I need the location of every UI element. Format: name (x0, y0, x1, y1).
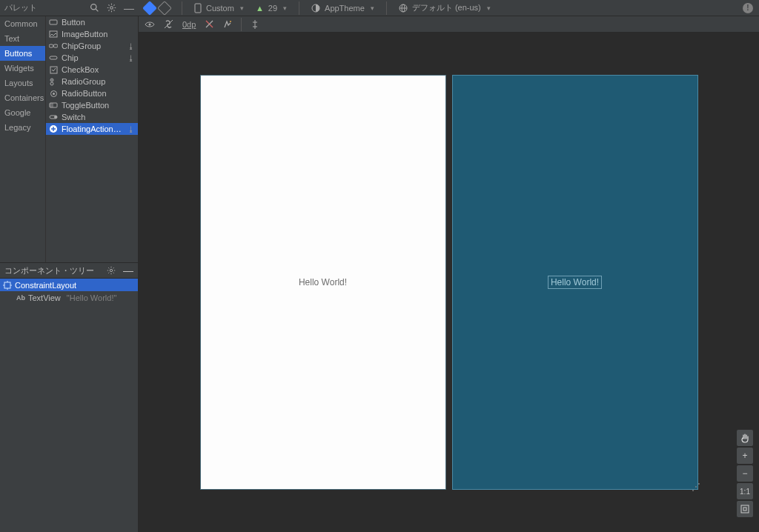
clear-constraints-icon[interactable] (205, 19, 214, 29)
palette-component-radiobutton[interactable]: RadioButton (46, 87, 138, 99)
preview-text: Hello World! (299, 277, 347, 287)
blueprint-surface-icon[interactable] (157, 1, 172, 16)
svg-rect-12 (50, 56, 57, 59)
palette-category-legacy[interactable]: Legacy (0, 120, 45, 135)
component-label: Chip (62, 53, 124, 62)
checkbox-icon (49, 65, 58, 74)
palette-category-containers[interactable]: Containers (0, 90, 45, 105)
theme-selector[interactable]: AppTheme ▾ (311, 4, 374, 13)
component-label: RadioButton (62, 89, 135, 98)
download-icon[interactable]: ⭳ (127, 54, 135, 62)
palette-component-checkbox[interactable]: CheckBox (46, 64, 138, 76)
radiogroup-icon (49, 77, 58, 86)
gear-icon[interactable] (107, 266, 116, 275)
android-icon: ▲ (256, 4, 264, 13)
palette-category-layouts[interactable]: Layouts (0, 76, 45, 90)
palette-component-switch[interactable]: Switch (46, 111, 138, 123)
svg-point-15 (50, 82, 53, 85)
chevron-down-icon: ▾ (487, 4, 491, 12)
tree-node-hint: "Hello World!" (67, 293, 117, 302)
design-preview[interactable]: Hello World! (200, 75, 446, 490)
component-label: FloatingActionB... (62, 124, 124, 133)
tree-row-textview[interactable]: Ab TextView "Hello World!" (0, 291, 138, 304)
palette-component-radiogroup[interactable]: RadioGroup (46, 76, 138, 87)
tree-row-constraintlayout[interactable]: ConstraintLayout (0, 279, 138, 291)
radiobutton-icon (49, 89, 58, 98)
togglebutton-icon (49, 101, 58, 110)
minimize-icon[interactable]: — (124, 5, 134, 11)
blueprint-preview[interactable]: Hello World! ⋰ (452, 75, 698, 490)
palette-category-list: CommonTextButtonsWidgetsLayoutsContainer… (0, 16, 46, 262)
chip-icon (49, 53, 58, 62)
svg-point-16 (51, 79, 53, 81)
component-tree: ConstraintLayout Ab TextView "Hello Worl… (0, 279, 138, 532)
infer-constraints-icon[interactable] (223, 20, 232, 29)
component-label: ToggleButton (62, 101, 135, 110)
chevron-down-icon: ▾ (240, 4, 244, 12)
svg-rect-27 (4, 282, 10, 288)
svg-point-2 (110, 7, 113, 10)
palette-component-button[interactable]: Button (46, 16, 138, 28)
component-tree-title: コンポーネント・ツリー (4, 265, 94, 276)
device-label: Custom (206, 4, 234, 13)
palette-component-imagebutton[interactable]: ImageButton (46, 28, 138, 40)
main-toolbar: パレット — Custom ▾ ▲ (0, 0, 759, 16)
palette-category-widgets[interactable]: Widgets (0, 61, 45, 76)
component-label: RadioGroup (62, 77, 135, 86)
zoom-reset-button[interactable]: 1:1 (737, 483, 753, 499)
locale-selector[interactable]: デフォルト (en-us) ▾ (399, 2, 491, 13)
locale-label: デフォルト (en-us) (412, 2, 481, 13)
button-icon (49, 18, 58, 27)
palette-category-common[interactable]: Common (0, 16, 45, 31)
palette-category-buttons[interactable]: Buttons (0, 46, 45, 61)
palette-title: パレット (4, 2, 37, 13)
palette-component-chip[interactable]: Chip⭳ (46, 52, 138, 64)
canvas-viewport[interactable]: Hello World! Hello World! ⋰ + − 1:1 (139, 33, 759, 532)
chipgroup-icon (49, 41, 58, 50)
svg-rect-41 (743, 508, 746, 511)
design-surface-icon[interactable] (142, 1, 157, 16)
zoom-out-button[interactable]: − (737, 465, 753, 482)
autoconnect-icon[interactable] (164, 19, 173, 29)
svg-rect-10 (49, 44, 53, 47)
download-icon[interactable]: ⭳ (127, 125, 135, 133)
zoom-fit-button[interactable] (737, 501, 753, 517)
svg-point-22 (54, 116, 57, 119)
palette-category-google[interactable]: Google (0, 105, 45, 120)
search-icon[interactable] (90, 3, 99, 13)
guidelines-icon[interactable] (251, 20, 259, 29)
gear-icon[interactable] (107, 3, 116, 13)
svg-point-0 (91, 4, 96, 10)
api-level: 29 (268, 4, 277, 13)
textview-icon: Ab (16, 294, 25, 302)
api-selector[interactable]: ▲ 29 ▾ (256, 4, 287, 13)
palette-component-chipgroup[interactable]: ChipGroup⭳ (46, 40, 138, 52)
palette-component-floatingactionb[interactable]: FloatingActionB...⭳ (46, 123, 138, 135)
device-selector[interactable]: Custom ▾ (194, 3, 244, 13)
svg-rect-8 (50, 20, 57, 24)
minimize-icon[interactable]: — (123, 267, 133, 273)
palette-component-list: ButtonImageButtonChipGroup⭳Chip⭳CheckBox… (46, 16, 138, 262)
svg-point-36 (230, 21, 231, 22)
download-icon[interactable]: ⭳ (127, 42, 135, 50)
resize-handle-icon[interactable]: ⋰ (692, 482, 700, 492)
preview-text: Hello World! (548, 276, 602, 289)
svg-point-32 (149, 23, 151, 25)
zoom-in-button[interactable]: + (737, 448, 753, 464)
palette-category-text[interactable]: Text (0, 31, 45, 46)
pan-icon[interactable] (737, 430, 753, 446)
design-canvas: 0dp Hello World! Hello World! (139, 16, 759, 532)
canvas-toolbar: 0dp (139, 16, 759, 33)
palette-component-togglebutton[interactable]: ToggleButton (46, 99, 138, 111)
constraint-layout-icon (3, 281, 12, 290)
svg-point-18 (53, 93, 55, 95)
eye-icon[interactable] (145, 21, 155, 28)
svg-point-26 (110, 269, 112, 271)
default-margin-selector[interactable]: 0dp (182, 20, 196, 29)
component-label: Button (62, 18, 135, 27)
margin-value: 0dp (182, 20, 196, 29)
warning-icon[interactable]: ! (743, 3, 753, 13)
tree-node-label: TextView (28, 293, 61, 302)
svg-rect-11 (53, 44, 58, 47)
imagebutton-icon (49, 30, 58, 39)
